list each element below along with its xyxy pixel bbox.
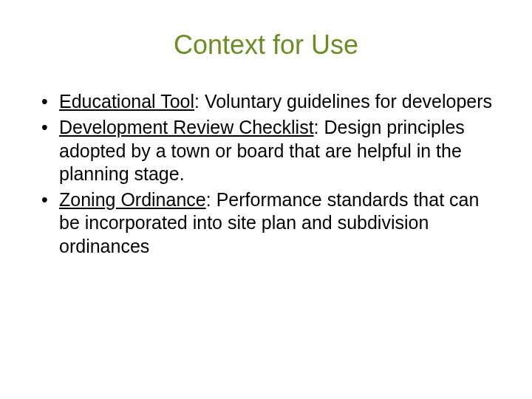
- bullet-list: Educational Tool: Voluntary guidelines f…: [37, 90, 495, 258]
- slide-title: Context for Use: [37, 30, 495, 61]
- slide: Context for Use Educational Tool: Volunt…: [0, 0, 532, 399]
- bullet-desc: : Voluntary guidelines for developers: [194, 91, 492, 112]
- list-item: Educational Tool: Voluntary guidelines f…: [38, 90, 495, 113]
- bullet-term: Educational Tool: [59, 91, 194, 112]
- bullet-term: Zoning Ordinance: [59, 189, 206, 210]
- bullet-term: Development Review Checklist: [59, 117, 314, 137]
- list-item: Development Review Checklist: Design pri…: [38, 116, 495, 185]
- list-item: Zoning Ordinance: Performance standards …: [38, 188, 495, 258]
